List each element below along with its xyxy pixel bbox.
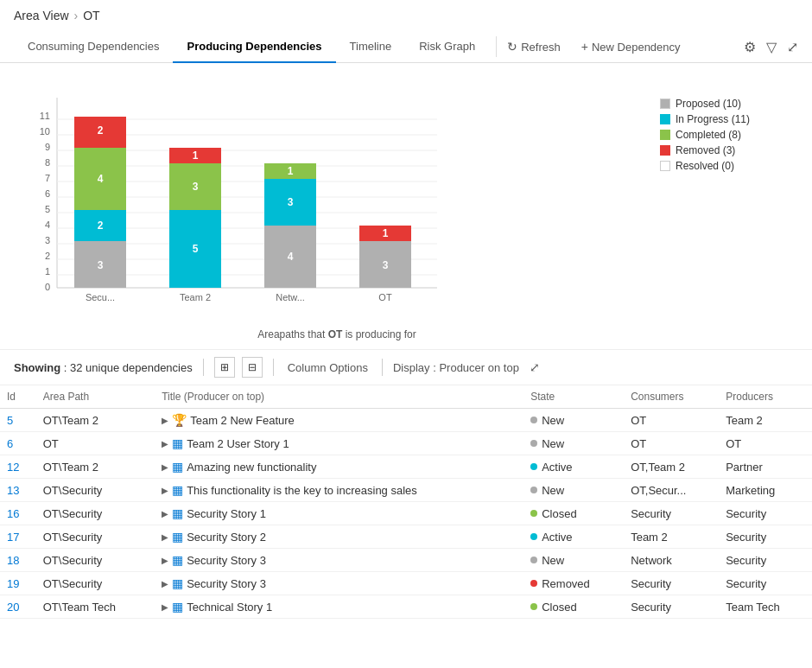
- expand-all-button[interactable]: ⊞: [214, 357, 235, 378]
- id-link[interactable]: 17: [7, 531, 19, 544]
- col-title: Title (Producer on top): [155, 385, 523, 409]
- id-link[interactable]: 16: [7, 507, 19, 520]
- cell-id: 20: [0, 595, 36, 619]
- cell-state: New: [523, 479, 624, 502]
- table-row: 19 OT\Security ▶ ▦ Security Story 3 Remo…: [0, 572, 812, 595]
- cell-consumers: OT,Secur...: [624, 479, 719, 502]
- cell-area-path: OT\Team 2: [36, 409, 155, 432]
- cell-title: ▶ ▦ Team 2 User Story 1: [155, 432, 523, 455]
- caption-bold: OT: [328, 328, 343, 340]
- cell-producers: Partner: [719, 455, 812, 479]
- toolbar-icons: ⚙ ▽ ⤢: [744, 39, 798, 55]
- id-link[interactable]: 6: [7, 437, 13, 450]
- row-expand-caret[interactable]: ▶: [162, 579, 168, 588]
- row-expand-caret[interactable]: ▶: [162, 462, 168, 472]
- id-link[interactable]: 19: [7, 577, 19, 590]
- cell-title-text: Security Story 2: [187, 531, 266, 544]
- state-text: Removed: [542, 577, 590, 590]
- svg-text:7: 7: [45, 173, 50, 183]
- legend-completed: Completed (8): [660, 129, 798, 141]
- state-text: New: [542, 554, 564, 567]
- cell-area-path: OT\Security: [36, 572, 155, 595]
- title-icon: ▦: [172, 483, 183, 497]
- cell-consumers: OT: [624, 432, 719, 455]
- row-expand-caret[interactable]: ▶: [162, 602, 168, 612]
- table-row: 6 OT ▶ ▦ Team 2 User Story 1 New OT OT: [0, 432, 812, 455]
- title-icon: 🏆: [172, 413, 187, 427]
- svg-text:OT: OT: [378, 292, 392, 302]
- showing-keyword: Showing: [14, 361, 60, 374]
- display-expand-icon[interactable]: ⤢: [530, 360, 540, 374]
- title-icon: ▦: [172, 600, 183, 614]
- svg-text:0: 0: [45, 282, 50, 292]
- cell-producers: Team Tech: [719, 595, 812, 619]
- svg-text:3: 3: [383, 259, 389, 271]
- title-icon: ▦: [172, 553, 183, 567]
- cell-title-text: Technical Story 1: [187, 601, 272, 614]
- row-expand-caret[interactable]: ▶: [162, 556, 168, 565]
- cell-title-text: Team 2 User Story 1: [187, 437, 289, 450]
- tab-producing[interactable]: Producing Dependencies: [173, 31, 335, 63]
- cell-title-text: This functionality is the key to increas…: [187, 484, 417, 497]
- chart-caption: Areapaths that OT is producing for: [14, 328, 660, 340]
- title-icon: ▦: [172, 530, 183, 544]
- legend-resolved: Resolved (0): [660, 160, 798, 172]
- col-id: Id: [0, 385, 36, 409]
- cell-title-text: Security Story 3: [187, 577, 266, 590]
- chart-container: 0 1 2 3 4 5 6 7 8 9 10 11: [0, 63, 812, 349]
- display-label: Display : Producer on top: [393, 361, 519, 374]
- cell-title: ▶ ▦ Technical Story 1: [155, 595, 523, 619]
- id-link[interactable]: 18: [7, 554, 19, 567]
- cell-title: ▶ ▦ This functionality is the key to inc…: [155, 479, 523, 502]
- title-icon: ▦: [172, 460, 183, 474]
- svg-text:4: 4: [45, 219, 50, 230]
- col-producers: Producers: [719, 385, 812, 409]
- state-dot: [530, 603, 537, 610]
- cell-producers: Security: [719, 502, 812, 525]
- svg-text:Team 2: Team 2: [180, 292, 211, 302]
- row-expand-caret[interactable]: ▶: [162, 509, 168, 518]
- settings-icon[interactable]: ⚙: [744, 39, 756, 55]
- column-options-button[interactable]: Column Options: [284, 359, 371, 376]
- svg-text:5: 5: [193, 243, 199, 255]
- svg-text:6: 6: [45, 188, 50, 199]
- table-row: 20 OT\Team Tech ▶ ▦ Technical Story 1 Cl…: [0, 595, 812, 619]
- tab-actions: ↻ Refresh + New Dependency: [504, 33, 683, 60]
- row-expand-caret[interactable]: ▶: [162, 486, 168, 495]
- cell-title-text: Security Story 1: [187, 507, 266, 520]
- cell-producers: Security: [719, 549, 812, 572]
- state-dot: [530, 487, 537, 493]
- state-text: Active: [542, 461, 572, 474]
- svg-text:3: 3: [98, 259, 104, 271]
- cell-consumers: Network: [624, 549, 719, 572]
- breadcrumb-root[interactable]: Area View: [14, 9, 69, 22]
- refresh-label: Refresh: [521, 41, 561, 54]
- id-link[interactable]: 20: [7, 601, 19, 614]
- toolbar-divider-1: [203, 359, 204, 376]
- refresh-button[interactable]: ↻ Refresh: [504, 33, 564, 60]
- cell-producers: Security: [719, 572, 812, 595]
- state-text: New: [542, 484, 564, 497]
- caption-suffix: is producing for: [346, 328, 416, 340]
- table-row: 16 OT\Security ▶ ▦ Security Story 1 Clos…: [0, 502, 812, 525]
- id-link[interactable]: 13: [7, 484, 19, 497]
- id-link[interactable]: 12: [7, 461, 19, 474]
- breadcrumb: Area View › OT: [0, 0, 812, 31]
- svg-text:3: 3: [288, 196, 294, 208]
- id-link[interactable]: 5: [7, 414, 13, 427]
- chart-area: 0 1 2 3 4 5 6 7 8 9 10 11: [14, 80, 660, 340]
- expand-icon[interactable]: ⤢: [787, 39, 798, 55]
- svg-text:10: 10: [40, 126, 50, 137]
- row-expand-caret[interactable]: ▶: [162, 532, 168, 542]
- row-expand-caret[interactable]: ▶: [162, 439, 168, 449]
- dependencies-table: Id Area Path Title (Producer on top) Sta…: [0, 385, 812, 619]
- tab-consuming[interactable]: Consuming Dependencies: [14, 31, 173, 63]
- tab-timeline[interactable]: Timeline: [336, 31, 406, 63]
- new-dependency-button[interactable]: + New Dependency: [578, 33, 684, 60]
- new-dependency-label: New Dependency: [592, 41, 681, 54]
- row-expand-caret[interactable]: ▶: [162, 416, 168, 425]
- title-icon: ▦: [172, 576, 183, 590]
- collapse-all-button[interactable]: ⊟: [242, 357, 263, 378]
- tab-risk[interactable]: Risk Graph: [405, 31, 489, 63]
- filter-icon[interactable]: ▽: [766, 39, 777, 55]
